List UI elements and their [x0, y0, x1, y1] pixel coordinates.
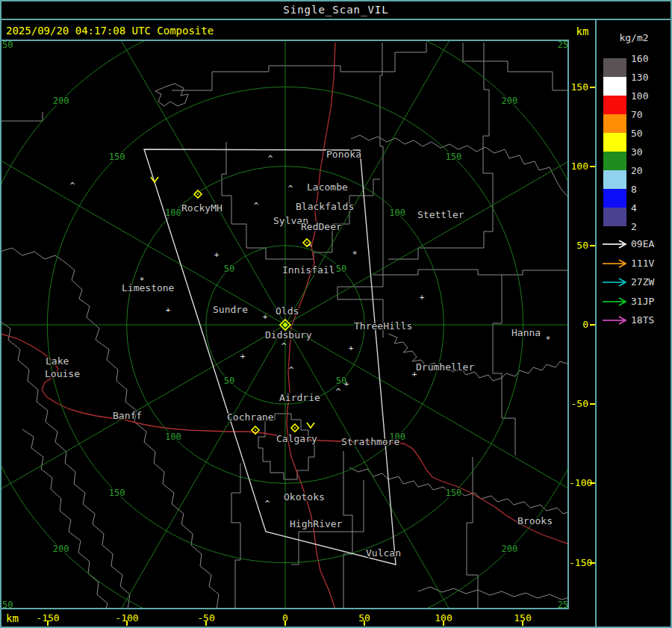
county-boundary-line: [493, 275, 515, 456]
radar-map-viewport[interactable]: 5050505010010010010015015015015020020020…: [1, 40, 569, 609]
city-label: HighRiver: [290, 518, 343, 529]
city-label: Drumheller: [416, 361, 474, 373]
site-legend-row: 09EA: [601, 237, 670, 252]
city-label: Hanna: [511, 327, 541, 338]
right-axis-label: 150: [569, 82, 588, 93]
town-marker-glyph: +: [166, 305, 171, 315]
city-label: Blackfalds: [296, 201, 354, 212]
site-id-label: 18TS: [631, 314, 654, 326]
range-ring-label: 50: [224, 376, 234, 386]
city-label: Didsbury: [265, 329, 312, 341]
county-boundary-line: [172, 43, 426, 90]
radar-site-dot: [294, 427, 296, 429]
bottom-axis-tick: [47, 621, 49, 626]
town-marker-glyph: ^: [308, 243, 313, 252]
site-arrow-icon: [601, 297, 628, 306]
site-id-label: 09EA: [631, 238, 654, 249]
town-marker-glyph: ^: [336, 387, 341, 397]
right-axis-unit-label: km: [572, 25, 593, 37]
city-label: Airdrie: [279, 392, 320, 403]
county-boundary-line: [467, 457, 478, 608]
county-boundary-line: [373, 270, 567, 275]
title-bar: Single_Scan_VIL: [0, 0, 672, 20]
city-label: RedDeer: [301, 221, 342, 232]
azimuth-line: [1, 325, 285, 608]
range-ring-label: 100: [165, 432, 181, 442]
city-label: Stettler: [417, 209, 464, 220]
town-marker-glyph: ^: [281, 341, 287, 351]
site-legend-row: 31JP: [601, 294, 670, 309]
radar-site-dot: [197, 193, 199, 195]
town-marker-glyph: ^: [70, 181, 75, 190]
city-label: Cochrane: [227, 411, 274, 423]
bottom-axis-tick: [284, 621, 286, 626]
colorbar-value-label: 70: [631, 110, 661, 119]
radar-map-canvas: 5050505010010010010015015015015020020020…: [1, 41, 567, 608]
town-marker-glyph: *: [352, 249, 358, 259]
site-id-label: 27ZW: [631, 276, 654, 287]
bottom-axis-tick: [522, 621, 523, 626]
right-axis-tick: [590, 482, 595, 484]
colorbar-value-label: 4: [631, 203, 661, 213]
range-ring-label: 50: [336, 264, 346, 274]
town-marker-glyph: +: [344, 379, 349, 389]
storm-track-arrow: [307, 423, 314, 428]
right-axis-tick: [590, 87, 595, 88]
colorbar-unit-label: kg/m2: [597, 32, 671, 43]
range-ring-label: 200: [502, 544, 518, 554]
town-marker-glyph: +: [349, 343, 354, 353]
county-boundary-line: [155, 84, 188, 106]
county-boundary-line: [231, 463, 240, 608]
town-marker-glyph: ^: [254, 201, 259, 211]
right-axis-label: 50: [569, 240, 588, 251]
town-marker-glyph: +: [263, 312, 268, 322]
bottom-axis-unit-label: km: [6, 612, 19, 624]
range-ring-label: 250: [558, 600, 567, 608]
county-boundary-line: [22, 429, 108, 608]
page-title: Single_Scan_VIL: [283, 4, 388, 16]
range-ring-label: 250: [1, 41, 13, 50]
legend-panel: kg/m2 16013010070503020842 09EA111V27ZW3…: [597, 20, 672, 627]
city-label: Lake: [46, 355, 69, 367]
site-arrow-icon: [601, 240, 628, 249]
bottom-axis-tick: [126, 621, 128, 626]
site-arrow-icon: [601, 259, 628, 268]
site-id-label: 31JP: [631, 296, 654, 307]
range-ring-label: 150: [445, 152, 461, 162]
colorbar-value-label: 130: [631, 72, 661, 82]
city-label: Strathmore: [341, 436, 399, 447]
colorbar-value-label: 20: [631, 166, 661, 175]
colorbar-swatch: [603, 96, 626, 114]
county-boundary-line: [463, 43, 567, 90]
radar-site-dot: [306, 242, 308, 243]
colorbar-swatch: [603, 58, 626, 77]
right-axis-tick: [590, 403, 595, 405]
colorbar-value-label: 8: [631, 184, 661, 194]
site-legend-row: 111V: [601, 256, 670, 271]
radar-site-dot: [255, 429, 256, 431]
right-axis-label: 100: [569, 161, 588, 172]
county-boundary-line: [343, 451, 352, 608]
town-marker-glyph: ^: [265, 499, 270, 509]
range-ring-label: 250: [558, 41, 567, 50]
range-ring-label: 50: [224, 264, 234, 274]
range-ring-label: 150: [109, 488, 125, 498]
town-marker-glyph: +: [214, 250, 220, 260]
city-label: RockyMH: [181, 202, 223, 214]
site-id-label: 111V: [631, 258, 654, 269]
colorbar-swatch: [603, 189, 626, 208]
town-marker-glyph: +: [420, 293, 425, 302]
colorbar-value-label: 160: [631, 54, 661, 63]
colorbar-value-label: 2: [631, 222, 661, 231]
range-ring-label: 200: [502, 96, 518, 106]
city-label: Innisfail: [282, 264, 335, 276]
city-label: Okotoks: [284, 491, 325, 503]
bottom-axis-tick: [443, 621, 444, 626]
county-boundary-line: [380, 43, 383, 223]
colorbar-value-label: 50: [631, 128, 661, 138]
right-axis-tick: [590, 245, 595, 246]
colorbar-swatch: [603, 152, 626, 170]
city-label: Banff: [113, 410, 142, 421]
city-label: Ponoka: [326, 149, 361, 160]
colorbar-swatch: [603, 208, 626, 226]
